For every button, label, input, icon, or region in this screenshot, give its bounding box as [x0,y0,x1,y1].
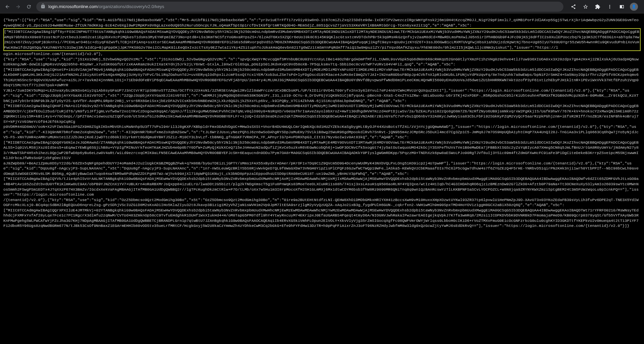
arrow-left-icon [5,4,10,9]
reload-icon [26,4,32,9]
menu-button[interactable] [605,2,614,11]
address-bar[interactable]: login.microsoftonline.com/organizations/… [36,2,563,12]
star-icon [583,4,588,9]
browser-toolbar: login.microsoftonline.com/organizations/… [0,0,644,13]
json-prefix: {"keys":[{"kty":"RSA","use":"sig","kid":… [3,18,639,28]
profile-button[interactable]: 👤 [629,2,639,11]
json-suffix-4: aJ9ZWpb89/+BeAz1Zpmu8DSyY22dG/K6ZDx5qNFg… [3,161,639,197]
sidepanel-icon [619,4,625,9]
avatar-icon: 👤 [630,3,638,11]
page-content: {"keys":[{"kty":"RSA","use":"sig","kid":… [0,13,644,344]
back-button[interactable] [3,2,12,11]
share-button[interactable] [569,2,578,11]
json-suffix-1: ogin.microsoftonline.com/{tenantid}/v2.0… [3,52,639,87]
forward-button[interactable] [13,2,23,11]
nav-buttons [3,2,34,11]
url-host: login.microsoftonline.com [48,4,98,9]
reload-button[interactable] [24,2,34,11]
share-icon [571,4,576,9]
json-suffix-2: YJBi+/2umIDKY5UMqU+LEZnvaXybLUKN3xG4iy2q… [3,88,639,124]
bookmark-button[interactable] [581,2,590,11]
sidepanel-button[interactable] [617,2,627,11]
arrow-right-icon [15,4,21,9]
highlighted-cert: ["MIIDBTCCAe2gAwIBAgIQff8yrFO3CINPHUTT76… [3,28,641,51]
toolbar-icons: 👤 [566,2,641,11]
dots-vertical-icon [607,4,612,9]
puzzle-icon [595,4,600,9]
url-path: /organizations/discovery/v2.0/keys [98,4,164,9]
lock-icon [40,3,46,10]
extensions-button[interactable] [593,2,602,11]
json-suffix-5: /{tenantid}/v2.0"},{"kty":"RSA","use":"s… [3,198,639,228]
json-suffix-3: p9VDRM44GD8mUV/ooN+X2VFIWs5Gai8FGZX9H8ZS… [3,125,639,160]
